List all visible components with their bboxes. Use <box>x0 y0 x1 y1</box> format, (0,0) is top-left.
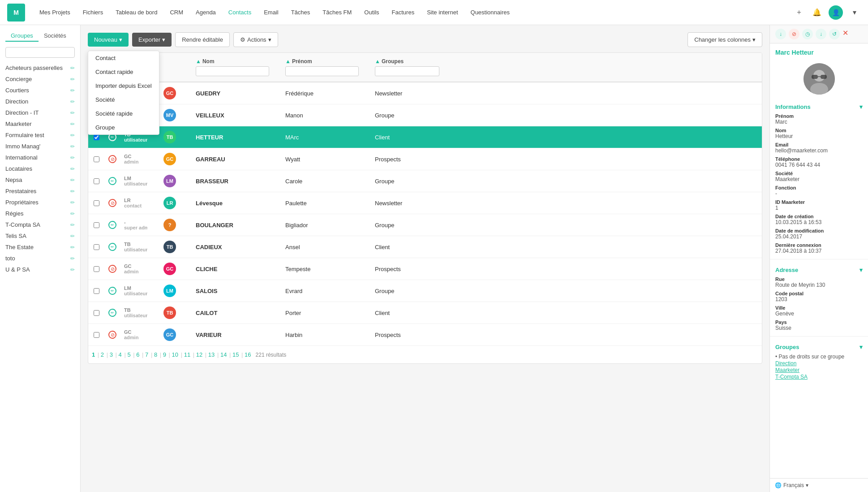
section-adresse-toggle[interactable]: ▾ <box>859 267 863 273</box>
nav-agenda[interactable]: Agenda <box>190 6 221 18</box>
delete-icon-8[interactable]: ⊘ <box>108 265 116 273</box>
page-13[interactable]: 13 <box>208 351 215 358</box>
page-10[interactable]: 10 <box>172 351 178 358</box>
row-checkbox-9[interactable] <box>88 284 104 298</box>
columns-button[interactable]: Changer les colonnes ▾ <box>688 32 762 47</box>
nav-factures[interactable]: Factures <box>387 6 420 18</box>
sidebar-item-5[interactable]: Maarketer✏ <box>0 118 80 129</box>
sidebar-item-2[interactable]: Courtiers✏ <box>0 85 80 96</box>
page-9[interactable]: 9 <box>163 351 166 358</box>
sidebar-edit-icon-6[interactable]: ✏ <box>70 132 75 138</box>
sidebar-item-16[interactable]: The Estate✏ <box>0 242 80 253</box>
edit-pencil-icon-10[interactable]: ✏ <box>108 309 116 317</box>
page-11[interactable]: 11 <box>184 351 190 358</box>
sidebar-edit-icon-17[interactable]: ✏ <box>70 255 75 262</box>
group-tcompta-link[interactable]: T-Compta SA <box>775 374 808 380</box>
row-checkbox-6[interactable] <box>88 218 104 233</box>
new-button[interactable]: Nouveau ▾ <box>88 33 129 47</box>
nom-filter-input[interactable] <box>196 66 269 76</box>
rp-download-icon[interactable]: ↓ <box>775 29 786 39</box>
nav-fichiers[interactable]: Fichiers <box>77 6 109 18</box>
page-15[interactable]: 15 <box>232 351 239 358</box>
tab-groupes[interactable]: Groupes <box>5 30 39 42</box>
delete-icon-11[interactable]: ⊘ <box>108 331 116 339</box>
table-row[interactable]: ✏ GC contact GC GUEDRY Frédérique Newsle… <box>88 82 762 104</box>
actions-button[interactable]: ⚙ Actions ▾ <box>233 32 278 47</box>
row-checkbox-4[interactable] <box>88 174 104 189</box>
table-row[interactable]: ✏ MV super admin MV VEILLEUX Manon Group… <box>88 104 762 126</box>
sidebar-item-12[interactable]: Propriétaires✏ <box>0 197 80 208</box>
page-6[interactable]: 6 <box>136 351 139 358</box>
page-5[interactable]: 5 <box>127 351 130 358</box>
dropdown-arrow-icon[interactable]: ▾ <box>848 6 861 19</box>
sidebar-edit-icon-5[interactable]: ✏ <box>70 121 75 127</box>
lang-dropdown-arrow[interactable]: ▾ <box>806 482 808 488</box>
table-row[interactable]: ⊘ LR contact LR Lévesque Paulette Newsle… <box>88 192 762 214</box>
sidebar-edit-icon-10[interactable]: ✏ <box>70 177 75 183</box>
sidebar-item-14[interactable]: T-Compta SA✏ <box>0 219 80 230</box>
sidebar-item-10[interactable]: Nepsa✏ <box>0 174 80 186</box>
nav-contacts[interactable]: Contacts <box>223 6 257 18</box>
row-checkbox-8[interactable] <box>88 262 104 276</box>
delete-icon-5[interactable]: ⊘ <box>108 199 116 207</box>
table-row[interactable]: ⊘ GC admin GC VARIEUR Harbin Prospects <box>88 324 762 346</box>
sidebar-edit-icon-18[interactable]: ✏ <box>70 267 75 273</box>
row-checkbox-11[interactable] <box>88 328 104 342</box>
group-maarketer-link[interactable]: Maarketer <box>775 367 799 373</box>
page-16[interactable]: 16 <box>245 351 251 358</box>
delete-icon-3[interactable]: ⊘ <box>108 155 116 163</box>
page-4[interactable]: 4 <box>119 351 122 358</box>
editable-button[interactable]: Rendre éditable <box>175 32 230 47</box>
nav-mes-projets[interactable]: Mes Projets <box>34 6 76 18</box>
nav-crm[interactable]: CRM <box>164 6 189 18</box>
table-row[interactable]: ✏ LM utilisateur LM SALOIS Evrard Groupe <box>88 280 762 302</box>
app-logo[interactable]: M <box>7 4 25 22</box>
sidebar-item-7[interactable]: Immo Manag'✏ <box>0 141 80 152</box>
sidebar-edit-icon-12[interactable]: ✏ <box>70 199 75 206</box>
rp-close-button[interactable]: ✕ <box>842 29 848 39</box>
user-avatar[interactable]: 👤 <box>829 5 843 20</box>
sidebar-item-17[interactable]: toto✏ <box>0 253 80 264</box>
nav-tableau-de-bord[interactable]: Tableau de bord <box>110 6 163 18</box>
nav-taches[interactable]: Tâches <box>286 6 316 18</box>
page-3[interactable]: 3 <box>110 351 113 358</box>
sidebar-item-3[interactable]: Direction✏ <box>0 96 80 107</box>
menu-contact-rapide[interactable]: Contact rapide <box>88 65 159 79</box>
nav-questionnaires[interactable]: Questionnaires <box>465 6 515 18</box>
sidebar-edit-icon-1[interactable]: ✏ <box>70 76 75 82</box>
edit-pencil-icon-4[interactable]: ✏ <box>108 177 116 185</box>
sidebar-item-13[interactable]: Régies✏ <box>0 208 80 219</box>
table-row[interactable]: ⊘ GC admin GC GARREAU Wyatt Prospects <box>88 148 762 170</box>
table-row[interactable]: ✏ - super admin ? BOULANGER Bigliador Gr… <box>88 214 762 236</box>
sidebar-edit-icon-11[interactable]: ✏ <box>70 188 75 194</box>
sidebar-edit-icon-16[interactable]: ✏ <box>70 244 75 250</box>
add-icon[interactable]: ＋ <box>793 6 805 19</box>
group-direction-link[interactable]: Direction <box>775 360 796 367</box>
page-12[interactable]: 12 <box>196 351 202 358</box>
sidebar-item-11[interactable]: Prestataires✏ <box>0 186 80 197</box>
edit-pencil-icon-6[interactable]: ✏ <box>108 221 116 229</box>
notification-icon[interactable]: 🔔 <box>811 6 823 19</box>
rp-refresh-icon[interactable]: ↺ <box>829 29 840 39</box>
sidebar-search-input[interactable] <box>5 47 75 58</box>
sidebar-item-15[interactable]: Telis SA✏ <box>0 230 80 242</box>
sidebar-edit-icon-4[interactable]: ✏ <box>70 110 75 116</box>
table-row[interactable]: ✏ TB utilisateur TB HETTEUR MArc Client <box>88 126 762 148</box>
menu-societe-rapide[interactable]: Société rapide <box>88 107 159 121</box>
sidebar-edit-icon-3[interactable]: ✏ <box>70 99 75 105</box>
edit-pencil-icon-9[interactable]: ✏ <box>108 287 116 295</box>
sidebar-edit-icon-14[interactable]: ✏ <box>70 222 75 228</box>
table-row[interactable]: ⊘ GC admin GC CLICHE Tempeste Prospects <box>88 258 762 280</box>
groupes-filter-input[interactable] <box>375 66 439 76</box>
menu-contact[interactable]: Contact <box>88 51 159 65</box>
row-checkbox-10[interactable] <box>88 306 104 320</box>
tab-societies[interactable]: Sociétés <box>39 30 72 42</box>
prenom-filter-input[interactable] <box>285 66 359 76</box>
sidebar-item-4[interactable]: Direction - IT✏ <box>0 107 80 118</box>
sidebar-item-8[interactable]: International✏ <box>0 152 80 163</box>
sidebar-edit-icon-9[interactable]: ✏ <box>70 166 75 172</box>
sidebar-edit-icon-0[interactable]: ✏ <box>70 65 75 71</box>
rp-clock-icon[interactable]: ◷ <box>802 29 813 39</box>
rp-block-icon[interactable]: ⊘ <box>789 29 799 39</box>
menu-societe[interactable]: Société <box>88 93 159 107</box>
